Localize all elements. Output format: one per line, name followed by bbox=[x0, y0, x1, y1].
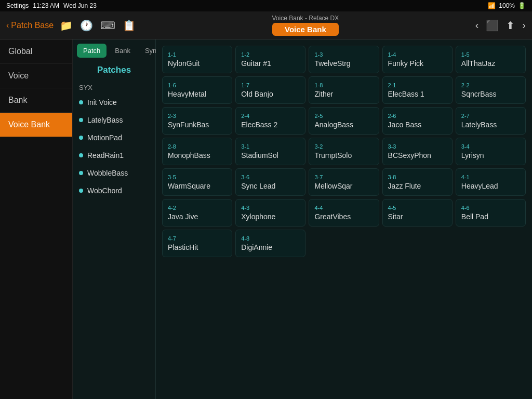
folder-icon[interactable]: 📁 bbox=[60, 19, 73, 32]
patch-cell[interactable]: 2-3 SynFunkBas bbox=[162, 107, 232, 135]
patch-cell[interactable]: 2-2 SqncrBass bbox=[456, 76, 526, 104]
keyboard-icon[interactable]: ⌨ bbox=[100, 19, 115, 32]
patch-cell[interactable]: 3-5 WarmSquare bbox=[162, 168, 232, 196]
patch-id: 2-7 bbox=[461, 113, 520, 119]
patch-cell[interactable]: 4-6 Bell Pad bbox=[456, 199, 526, 227]
patch-id: 1-8 bbox=[314, 82, 373, 88]
patch-id: 3-6 bbox=[241, 174, 300, 180]
patch-cell[interactable]: 1-2 Guitar #1 bbox=[235, 46, 305, 73]
sidebar-item-bank[interactable]: Bank bbox=[0, 88, 72, 113]
list-item[interactable]: LatelyBass bbox=[73, 111, 155, 129]
tab-patch[interactable]: Patch bbox=[77, 44, 107, 58]
sidebar-item-global[interactable]: Global bbox=[0, 39, 72, 64]
chevron-next-icon[interactable]: › bbox=[522, 19, 526, 31]
patch-id: 4-5 bbox=[388, 205, 447, 211]
patch-cell[interactable]: 4-5 Sitar bbox=[382, 199, 453, 227]
time-label: 11:23 AM bbox=[33, 2, 59, 9]
nav-center: Voice Bank - Reface DX Voice Bank bbox=[136, 15, 475, 36]
patch-name: PlasticHit bbox=[168, 243, 227, 251]
patch-id: 4-1 bbox=[461, 174, 520, 180]
nav-subtitle: Voice Bank - Reface DX bbox=[272, 15, 339, 22]
patch-id: 1-2 bbox=[241, 51, 300, 58]
wifi-icon: 📶 bbox=[488, 2, 496, 9]
patch-cell[interactable]: 4-2 Java Jive bbox=[162, 199, 232, 227]
patch-name: NylonGuit bbox=[168, 59, 227, 68]
patch-cell[interactable]: 1-6 HeavyMetal bbox=[162, 76, 232, 104]
patch-id: 1-4 bbox=[388, 51, 447, 58]
patch-cell[interactable]: 4-8 DigiAnnie bbox=[235, 230, 305, 257]
patch-cell[interactable]: 4-1 HeavyLead bbox=[456, 168, 526, 196]
document-icon[interactable]: 📋 bbox=[123, 19, 136, 32]
patch-name: Lyrisyn bbox=[461, 151, 520, 159]
list-item[interactable]: Init Voice bbox=[73, 94, 155, 111]
patch-cell[interactable]: 1-4 Funky Pick bbox=[382, 46, 453, 73]
patch-id: 2-8 bbox=[168, 143, 227, 150]
list-item[interactable]: WobChord bbox=[73, 182, 155, 200]
export-icon[interactable]: ⬆ bbox=[506, 19, 515, 32]
patch-name: Old Banjo bbox=[241, 90, 300, 98]
patch-name: BCSexyPhon bbox=[388, 151, 447, 159]
patch-cell[interactable]: 2-6 Jaco Bass bbox=[382, 107, 453, 135]
patch-id: 4-8 bbox=[241, 235, 300, 242]
share-icon[interactable]: ⬛ bbox=[486, 19, 499, 32]
patch-cell[interactable]: 4-7 PlasticHit bbox=[162, 230, 232, 257]
tab-row: Patch Bank Synth bbox=[73, 39, 155, 58]
patch-name: ElecBass 2 bbox=[241, 121, 300, 129]
dot-icon bbox=[79, 171, 83, 175]
grid-panel: 1-1 NylonGuit 1-2 Guitar #1 1-3 TwelveSt… bbox=[156, 39, 532, 399]
patch-cell[interactable]: 2-1 ElecBass 1 bbox=[382, 76, 453, 104]
nav-right: ‹ ⬛ ⬆ › bbox=[475, 19, 526, 32]
patch-cell[interactable]: 3-1 StadiumSol bbox=[235, 138, 305, 165]
list-item[interactable]: WobbleBass bbox=[73, 164, 155, 182]
patch-name: Zither bbox=[314, 90, 373, 98]
patch-cell[interactable]: 2-8 MonophBass bbox=[162, 138, 232, 165]
patch-id: 1-3 bbox=[314, 51, 373, 58]
patch-cell[interactable]: 1-3 TwelveStrg bbox=[309, 46, 379, 73]
patch-cell[interactable]: 1-5 AllThatJaz bbox=[456, 46, 526, 73]
voice-bank-button[interactable]: Voice Bank bbox=[272, 23, 339, 36]
sidebar-item-voice[interactable]: Voice bbox=[0, 64, 72, 88]
patch-id: 2-4 bbox=[241, 113, 300, 119]
sidebar-item-voice-bank[interactable]: Voice Bank bbox=[0, 113, 72, 137]
patch-cell[interactable]: 4-3 Xylophone bbox=[235, 199, 305, 227]
back-label: Patch Base bbox=[11, 21, 54, 30]
patch-name: WarmSquare bbox=[168, 182, 227, 190]
back-button[interactable]: ‹ Patch Base bbox=[6, 21, 54, 30]
dot-icon bbox=[79, 189, 83, 193]
patch-cell[interactable]: 3-7 MellowSqar bbox=[309, 168, 379, 196]
syx-label: SYX bbox=[73, 81, 155, 94]
patch-cell[interactable]: 3-4 Lyrisyn bbox=[456, 138, 526, 165]
patch-cell[interactable]: 2-5 AnalogBass bbox=[309, 107, 379, 135]
patch-cell[interactable]: 3-6 Sync Lead bbox=[235, 168, 305, 196]
tab-bank[interactable]: Bank bbox=[109, 44, 137, 58]
nav-bar: ‹ Patch Base 📁 🕐 ⌨ 📋 Voice Bank - Reface… bbox=[0, 11, 532, 39]
patch-name: Jazz Flute bbox=[388, 182, 447, 190]
patch-cell[interactable]: 1-1 NylonGuit bbox=[162, 46, 232, 73]
patch-cell[interactable]: 2-4 ElecBass 2 bbox=[235, 107, 305, 135]
patch-id: 2-2 bbox=[461, 82, 520, 88]
patch-cell[interactable]: 2-7 LatelyBass bbox=[456, 107, 526, 135]
list-item[interactable]: ReadRain1 bbox=[73, 147, 155, 164]
patch-cell[interactable]: 4-4 GreatVibes bbox=[309, 199, 379, 227]
patch-cell[interactable]: 3-3 BCSexyPhon bbox=[382, 138, 453, 165]
battery-icon: 🔋 bbox=[518, 2, 526, 9]
sidebar: Global Voice Bank Voice Bank bbox=[0, 39, 73, 399]
patch-cell[interactable]: 1-7 Old Banjo bbox=[235, 76, 305, 104]
clock-icon[interactable]: 🕐 bbox=[80, 19, 93, 32]
dot-icon bbox=[79, 136, 83, 140]
settings-label[interactable]: Settings bbox=[6, 2, 29, 9]
patch-id: 4-6 bbox=[461, 205, 520, 211]
patch-id: 3-8 bbox=[388, 174, 447, 180]
dot-icon bbox=[79, 118, 83, 122]
middle-panel: Patch Bank Synth Patches SYX Init Voice … bbox=[73, 39, 156, 399]
patch-name: MonophBass bbox=[168, 151, 227, 159]
patch-cell[interactable]: 3-2 TrumptSolo bbox=[309, 138, 379, 165]
chevron-prev-icon[interactable]: ‹ bbox=[475, 19, 479, 31]
patch-cell[interactable]: 3-8 Jazz Flute bbox=[382, 168, 453, 196]
patch-id: 2-6 bbox=[388, 113, 447, 119]
nav-icons: 📁 🕐 ⌨ 📋 bbox=[60, 19, 136, 32]
patch-cell[interactable]: 1-8 Zither bbox=[309, 76, 379, 104]
list-item[interactable]: MotionPad bbox=[73, 129, 155, 147]
battery-label: 100% bbox=[499, 2, 515, 9]
patch-name: StadiumSol bbox=[241, 151, 300, 159]
